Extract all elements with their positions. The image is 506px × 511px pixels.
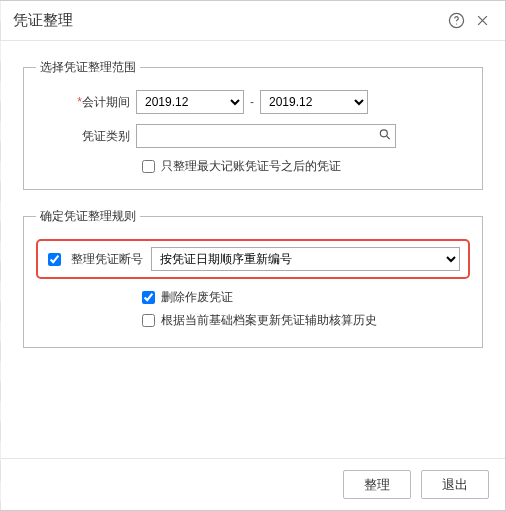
only-after-max-label: 只整理最大记账凭证号之后的凭证 — [161, 158, 341, 175]
period-dash: - — [250, 95, 254, 109]
help-icon[interactable] — [445, 10, 467, 32]
close-icon[interactable] — [471, 10, 493, 32]
category-row: 凭证类别 — [36, 124, 470, 148]
only-after-max-checkbox[interactable] — [142, 160, 155, 173]
arrange-button[interactable]: 整理 — [343, 470, 411, 499]
renumber-row: 整理凭证断号 按凭证日期顺序重新编号 — [36, 239, 470, 279]
dialog-header: 凭证整理 — [1, 1, 505, 41]
left-trim — [0, 1, 1, 510]
rules-legend: 确定凭证整理规则 — [36, 208, 140, 225]
category-input[interactable] — [136, 124, 396, 148]
update-aux-row: 根据当前基础档案更新凭证辅助核算历史 — [142, 312, 470, 329]
category-label: 凭证类别 — [36, 128, 136, 145]
exit-button[interactable]: 退出 — [421, 470, 489, 499]
dialog-title: 凭证整理 — [13, 11, 441, 30]
svg-point-1 — [455, 23, 456, 24]
voucher-arrange-dialog: 凭证整理 选择凭证整理范围 *会计期间 2019.12 — [0, 0, 506, 511]
delete-void-label: 删除作废凭证 — [161, 289, 233, 306]
dialog-footer: 整理 退出 — [1, 458, 505, 510]
period-row: *会计期间 2019.12 - 2019.12 — [36, 90, 470, 114]
only-after-max-row: 只整理最大记账凭证号之后的凭证 — [142, 158, 470, 175]
renumber-select[interactable]: 按凭证日期顺序重新编号 — [151, 247, 460, 271]
renumber-label: 整理凭证断号 — [71, 251, 143, 268]
dialog-body: 选择凭证整理范围 *会计期间 2019.12 - 2019.12 凭证类别 — [1, 41, 505, 458]
scope-legend: 选择凭证整理范围 — [36, 59, 140, 76]
delete-void-checkbox[interactable] — [142, 291, 155, 304]
delete-void-row: 删除作废凭证 — [142, 289, 470, 306]
period-from-select[interactable]: 2019.12 — [136, 90, 244, 114]
update-aux-label: 根据当前基础档案更新凭证辅助核算历史 — [161, 312, 377, 329]
period-label: *会计期间 — [36, 94, 136, 111]
period-to-select[interactable]: 2019.12 — [260, 90, 368, 114]
scope-fieldset: 选择凭证整理范围 *会计期间 2019.12 - 2019.12 凭证类别 — [23, 59, 483, 190]
update-aux-checkbox[interactable] — [142, 314, 155, 327]
rules-fieldset: 确定凭证整理规则 整理凭证断号 按凭证日期顺序重新编号 删除作废凭证 根据当前基… — [23, 208, 483, 348]
renumber-checkbox[interactable] — [48, 253, 61, 266]
